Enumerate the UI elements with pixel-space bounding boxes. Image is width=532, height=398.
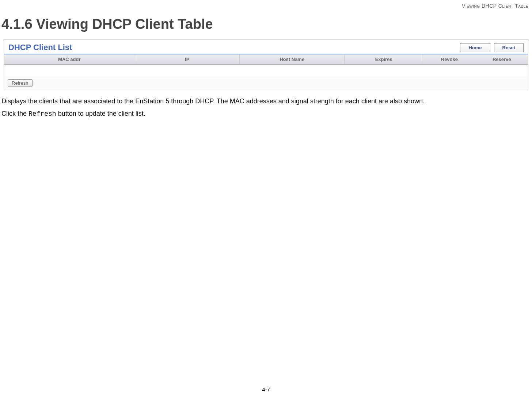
column-header-expires: Expires bbox=[345, 54, 423, 64]
refresh-row: Refresh bbox=[4, 76, 528, 90]
column-header-ip: IP bbox=[135, 54, 240, 64]
instruction-code: Refresh bbox=[28, 110, 56, 118]
panel-title: DHCP Client List bbox=[8, 43, 72, 52]
dhcp-panel-screenshot: DHCP Client List Home Reset MAC addr IP … bbox=[4, 39, 528, 90]
column-header-host: Host Name bbox=[240, 54, 345, 64]
page-number: 4-7 bbox=[262, 386, 270, 393]
home-tab-button[interactable]: Home bbox=[460, 43, 490, 52]
tab-buttons-group: Home Reset bbox=[460, 43, 524, 52]
instruction-prefix: Click the bbox=[1, 110, 28, 117]
section-heading: 4.1.6 Viewing DHCP Client Table bbox=[0, 0, 532, 39]
column-header-revoke: Revoke bbox=[423, 54, 475, 64]
table-header-row: MAC addr IP Host Name Expires Revoke Res… bbox=[4, 54, 528, 65]
column-header-mac: MAC addr bbox=[4, 54, 135, 64]
reset-tab-button[interactable]: Reset bbox=[494, 43, 524, 52]
column-header-reserve: Reserve bbox=[476, 54, 528, 64]
description-paragraph: Displays the clients that are associated… bbox=[0, 96, 532, 110]
refresh-button[interactable]: Refresh bbox=[8, 79, 33, 87]
panel-header: DHCP Client List Home Reset bbox=[4, 40, 528, 54]
instruction-suffix: button to update the client list. bbox=[56, 110, 145, 117]
table-body-empty bbox=[4, 65, 528, 76]
instruction-paragraph: Click the Refresh button to update the c… bbox=[0, 110, 532, 118]
running-header: Viewing DHCP Client Table bbox=[462, 3, 528, 9]
